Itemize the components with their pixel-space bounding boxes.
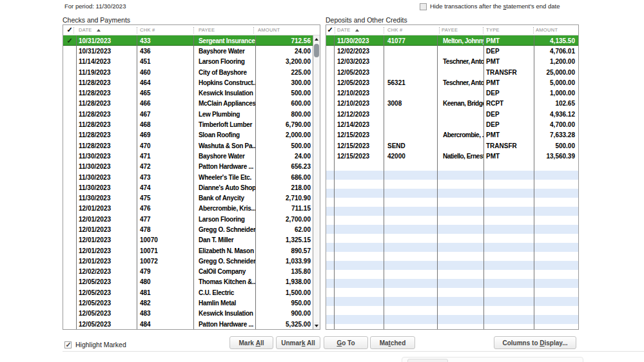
column-header-check[interactable]: ✓ bbox=[63, 25, 76, 35]
row-check-cell[interactable] bbox=[63, 287, 76, 298]
table-row[interactable]: 12/15/2023Abercrombie, ...PMT7,633.28 bbox=[326, 130, 578, 140]
table-row[interactable]: 12/12/2023DEP4,936.12 bbox=[326, 109, 578, 119]
row-check-cell[interactable] bbox=[63, 119, 76, 129]
column-header-payee[interactable]: PAYEE bbox=[193, 25, 215, 35]
table-row[interactable]: 11/28/2023469Sloan Roofing2,000.00 bbox=[63, 130, 313, 140]
table-row[interactable]: 11/28/2023467Lew Plumbing800.00 bbox=[63, 109, 313, 119]
row-check-cell[interactable] bbox=[63, 235, 76, 245]
table-row[interactable]: 12/01/202310071Elizabeth N. Mason890.57 bbox=[63, 245, 313, 256]
column-header-type[interactable]: TYPE bbox=[483, 25, 500, 35]
table-row[interactable]: 11/28/2023468Timberloft Lumber6,790.00 bbox=[63, 119, 313, 129]
table-row[interactable]: 12/01/2023477Larson Flooring2,700.00 bbox=[63, 214, 313, 224]
row-check-cell[interactable] bbox=[63, 162, 76, 172]
table-row[interactable]: 11/28/2023464Hopkins Construct...300.00 bbox=[63, 77, 313, 88]
row-check-cell[interactable] bbox=[326, 99, 334, 109]
table-row[interactable]: 12/05/2023483Keswick Insulation900.00 bbox=[63, 309, 313, 319]
row-check-cell[interactable] bbox=[326, 35, 334, 46]
row-check-cell[interactable] bbox=[63, 214, 76, 224]
table-row[interactable]: 12/02/2023479CalOil Company135.80 bbox=[63, 267, 313, 277]
row-check-cell[interactable] bbox=[63, 151, 76, 161]
table-row[interactable]: 12/14/2023DEP4,700.00 bbox=[326, 119, 578, 129]
row-check-cell[interactable] bbox=[63, 193, 76, 203]
table-row[interactable]: 12/05/2023484Patton Hardware ...5,325.00 bbox=[63, 319, 313, 329]
scroll-down-button[interactable] bbox=[313, 322, 320, 329]
row-check-cell[interactable] bbox=[63, 182, 76, 193]
row-check-cell[interactable] bbox=[63, 298, 76, 308]
vertical-scrollbar[interactable] bbox=[313, 35, 320, 329]
checkbox-box[interactable]: ✓ bbox=[64, 341, 72, 348]
table-row[interactable]: 12/10/20233008Keenan, Bridge...RCPT102.6… bbox=[326, 99, 578, 109]
row-check-cell[interactable] bbox=[63, 267, 76, 277]
row-check-cell[interactable] bbox=[63, 46, 76, 56]
table-row[interactable]: 12/15/202342000Natiello, Ernest...PMT13,… bbox=[326, 151, 578, 161]
column-header-amount[interactable]: AMOUNT bbox=[533, 25, 558, 35]
table-row[interactable]: 11/19/2023460City of Bayshore225.00 bbox=[63, 67, 313, 77]
table-row[interactable]: 12/01/2023476Abercrombie, Kris...711.15 bbox=[63, 204, 313, 214]
row-check-cell[interactable] bbox=[326, 46, 334, 56]
checkbox-box[interactable] bbox=[420, 3, 427, 10]
partial-bottom-button[interactable] bbox=[407, 359, 448, 362]
row-check-cell[interactable] bbox=[63, 140, 76, 151]
table-row[interactable]: 11/30/2023471Bayshore Water24.00 bbox=[63, 151, 313, 161]
row-check-cell[interactable] bbox=[63, 172, 76, 182]
mark-all-button[interactable]: Mark All bbox=[229, 336, 273, 349]
columns-to-display-button[interactable]: Columns to Display... bbox=[494, 336, 576, 349]
row-check-cell[interactable] bbox=[63, 57, 76, 67]
row-check-cell[interactable] bbox=[326, 77, 334, 88]
row-check-cell[interactable] bbox=[63, 277, 76, 287]
row-check-cell[interactable] bbox=[63, 245, 76, 256]
scrollbar-thumb[interactable] bbox=[314, 44, 319, 57]
scroll-up-button[interactable] bbox=[313, 35, 320, 43]
table-row[interactable]: 11/14/2023451Larson Flooring3,200.00 bbox=[63, 57, 313, 67]
table-row[interactable]: 10/31/2023436Bayshore Water24.00 bbox=[63, 46, 313, 56]
row-check-cell[interactable] bbox=[326, 151, 334, 161]
table-row[interactable]: 11/30/2023475Bank of Anycity2,710.90 bbox=[63, 193, 313, 203]
table-row[interactable]: 11/30/2023472Patton Hardware ...656.23 bbox=[63, 162, 313, 172]
row-check-cell[interactable] bbox=[326, 67, 334, 77]
table-row[interactable]: 11/30/2023473Wheeler's Tile Etc.686.00 bbox=[63, 172, 313, 182]
row-check-cell[interactable] bbox=[63, 204, 76, 214]
column-header-check[interactable]: ✓ bbox=[326, 25, 334, 35]
row-check-cell[interactable] bbox=[326, 119, 334, 129]
table-row[interactable]: 12/01/2023478Gregg O. Schneider62.00 bbox=[63, 224, 313, 234]
unmark-all-button[interactable]: Unmark All bbox=[276, 336, 320, 349]
table-row[interactable]: 12/01/202310070Dan T. Miller1,325.15 bbox=[63, 235, 313, 245]
column-header-chk[interactable]: CHK # bbox=[384, 25, 403, 35]
column-header-chk[interactable]: CHK # bbox=[137, 25, 155, 35]
row-check-cell[interactable] bbox=[63, 319, 76, 329]
table-row[interactable]: 12/15/2023SENDTRANSFR500.00 bbox=[326, 140, 578, 151]
matched-button[interactable]: Matched bbox=[370, 336, 415, 349]
row-check-cell[interactable] bbox=[326, 109, 334, 119]
table-row[interactable]: 12/05/2023480Thomas Kitchen &...1,938.00 bbox=[63, 277, 313, 287]
row-check-cell[interactable] bbox=[326, 130, 334, 140]
row-check-cell[interactable] bbox=[63, 99, 76, 109]
row-check-cell[interactable] bbox=[63, 224, 76, 234]
table-row[interactable]: 12/03/2023Teschner, Anto...PMT1,200.00 bbox=[326, 57, 578, 67]
table-row[interactable]: 11/30/2023474Dianne's Auto Shop218.00 bbox=[63, 182, 313, 193]
table-row[interactable]: 11/30/202341077Melton, Johnny...PMT4,135… bbox=[326, 35, 578, 46]
row-check-cell[interactable] bbox=[63, 88, 76, 98]
row-check-cell[interactable] bbox=[63, 77, 76, 88]
table-row[interactable]: 11/28/2023465Keswick Insulation500.00 bbox=[63, 88, 313, 98]
row-check-cell[interactable] bbox=[63, 109, 76, 119]
table-row[interactable]: 12/05/2023TRANSFR25,000.00 bbox=[326, 67, 578, 77]
go-to-button[interactable]: Go To bbox=[324, 336, 368, 349]
column-header-date[interactable]: DATE bbox=[334, 25, 384, 35]
row-check-cell[interactable] bbox=[63, 130, 76, 140]
table-row[interactable]: 11/28/2023466McClain Appliances600.00 bbox=[63, 99, 313, 109]
row-check-cell[interactable] bbox=[326, 140, 334, 151]
table-row[interactable]: 12/05/202356321Teschner, Anto...PMT5,000… bbox=[326, 77, 578, 88]
table-row[interactable]: 12/01/202310072Gregg O. Schneider1,033.9… bbox=[63, 256, 313, 266]
table-row[interactable]: 11/28/2023470Washuta & Son Pa...500.00 bbox=[63, 140, 313, 151]
table-row[interactable]: ✓10/31/2023433Sergeant Insurance712.56 bbox=[63, 35, 313, 46]
table-row[interactable]: 12/10/2023DEP1,000.00 bbox=[326, 88, 578, 98]
row-check-cell[interactable] bbox=[63, 256, 76, 266]
column-header-date[interactable]: DATE bbox=[76, 25, 137, 35]
table-row[interactable]: 12/05/2023482Hamlin Metal950.00 bbox=[63, 298, 313, 308]
row-check-cell[interactable] bbox=[326, 88, 334, 98]
table-row[interactable]: 12/05/2023481C.U. Electric1,500.00 bbox=[63, 287, 313, 298]
highlight-marked-checkbox[interactable]: ✓ Highlight Marked bbox=[64, 341, 126, 348]
row-check-cell[interactable] bbox=[63, 309, 76, 319]
hide-transactions-checkbox[interactable]: Hide transactions after the statement's … bbox=[420, 3, 560, 10]
column-header-payee[interactable]: PAYEE bbox=[439, 25, 458, 35]
